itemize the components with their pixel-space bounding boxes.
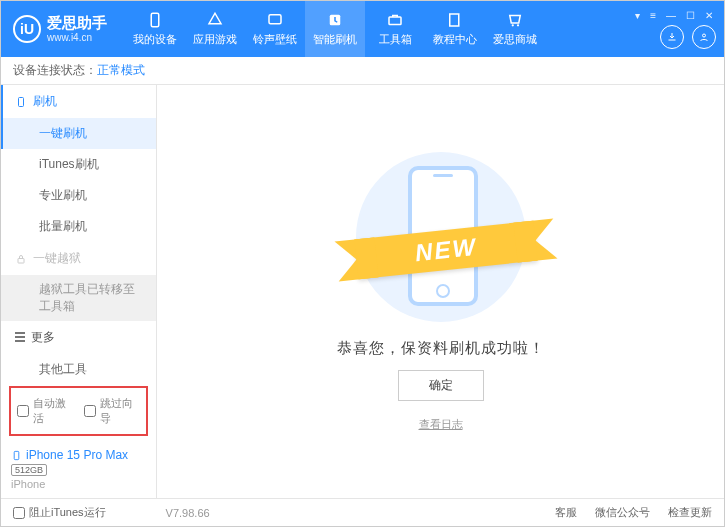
top-nav: 我的设备 应用游戏 铃声壁纸 智能刷机 工具箱 教程中心 爱思商城 <box>125 1 632 57</box>
sidebar-item-pro-flash[interactable]: 专业刷机 <box>1 180 156 211</box>
section-jailbreak[interactable]: 一键越狱 <box>1 242 156 275</box>
logo-icon: iU <box>13 15 41 43</box>
checkbox-skip-guide[interactable]: 跳过向导 <box>84 396 141 426</box>
status-mode: 正常模式 <box>97 62 145 79</box>
sidebar-item-itunes-flash[interactable]: iTunes刷机 <box>1 149 156 180</box>
svg-rect-1 <box>269 15 281 24</box>
device-name[interactable]: iPhone 15 Pro Max <box>11 448 146 462</box>
phone-icon <box>11 450 22 461</box>
flash-icon <box>326 11 344 29</box>
close-button[interactable]: ✕ <box>702 10 716 21</box>
nav-apps[interactable]: 应用游戏 <box>185 1 245 57</box>
download-button[interactable] <box>660 25 684 49</box>
app-name: 爱思助手 <box>47 14 107 32</box>
footer-link-update[interactable]: 检查更新 <box>668 505 712 520</box>
device-storage: 512GB <box>11 464 47 476</box>
nav-store[interactable]: 爱思商城 <box>485 1 545 57</box>
apps-icon <box>206 11 224 29</box>
svg-rect-9 <box>14 451 19 459</box>
footer-link-wechat[interactable]: 微信公众号 <box>595 505 650 520</box>
phone-icon <box>15 96 27 108</box>
svg-point-5 <box>517 24 519 26</box>
footer: 阻止iTunes运行 V7.98.66 客服 微信公众号 检查更新 <box>1 498 724 526</box>
nav-tutorials[interactable]: 教程中心 <box>425 1 485 57</box>
sidebar-item-oneclick-flash[interactable]: 一键刷机 <box>1 118 156 149</box>
logo: iU 爱思助手 www.i4.cn <box>13 14 107 44</box>
svg-rect-7 <box>19 97 24 106</box>
main-content: NEW 恭喜您，保资料刷机成功啦！ 确定 查看日志 <box>157 85 724 498</box>
maximize-button[interactable]: ☐ <box>683 10 698 21</box>
toolbox-icon <box>386 11 404 29</box>
ok-button[interactable]: 确定 <box>398 370 484 401</box>
svg-rect-0 <box>151 13 159 27</box>
svg-rect-8 <box>18 258 24 263</box>
header-controls: ▾ ≡ — ☐ ✕ <box>632 10 716 49</box>
nav-ringtones[interactable]: 铃声壁纸 <box>245 1 305 57</box>
nav-my-device[interactable]: 我的设备 <box>125 1 185 57</box>
success-message: 恭喜您，保资料刷机成功啦！ <box>337 339 545 358</box>
sidebar-item-batch-flash[interactable]: 批量刷机 <box>1 211 156 242</box>
section-flash[interactable]: 刷机 <box>1 85 156 118</box>
status-label: 设备连接状态： <box>13 62 97 79</box>
checkbox-block-itunes[interactable]: 阻止iTunes运行 <box>13 505 106 520</box>
book-icon <box>446 11 464 29</box>
success-illustration: NEW <box>326 152 556 327</box>
options-box: 自动激活 跳过向导 <box>9 386 148 436</box>
status-bar: 设备连接状态： 正常模式 <box>1 57 724 85</box>
media-icon <box>266 11 284 29</box>
cart-icon <box>506 11 524 29</box>
nav-toolbox[interactable]: 工具箱 <box>365 1 425 57</box>
lock-icon <box>15 253 27 265</box>
nav-flash[interactable]: 智能刷机 <box>305 1 365 57</box>
lock-icon[interactable]: ≡ <box>647 10 659 21</box>
view-log-link[interactable]: 查看日志 <box>419 417 463 432</box>
sidebar: 刷机 一键刷机 iTunes刷机 专业刷机 批量刷机 一键越狱 越狱工具已转移至… <box>1 85 157 498</box>
app-url: www.i4.cn <box>47 32 107 44</box>
svg-point-4 <box>512 24 514 26</box>
user-button[interactable] <box>692 25 716 49</box>
footer-link-support[interactable]: 客服 <box>555 505 577 520</box>
svg-point-6 <box>703 34 706 37</box>
menu-icon[interactable]: ▾ <box>632 10 643 21</box>
device-info: iPhone 15 Pro Max 512GB iPhone <box>1 442 156 498</box>
sidebar-jailbreak-note: 越狱工具已转移至工具箱 <box>1 275 156 321</box>
app-header: iU 爱思助手 www.i4.cn 我的设备 应用游戏 铃声壁纸 智能刷机 工具… <box>1 1 724 57</box>
minimize-button[interactable]: — <box>663 10 679 21</box>
device-icon <box>146 11 164 29</box>
checkbox-auto-activate[interactable]: 自动激活 <box>17 396 74 426</box>
device-type: iPhone <box>11 478 146 490</box>
section-more[interactable]: 更多 <box>1 321 156 354</box>
sidebar-item-other-tools[interactable]: 其他工具 <box>1 354 156 380</box>
svg-rect-3 <box>389 17 401 25</box>
version-label: V7.98.66 <box>166 507 210 519</box>
menu-icon <box>15 336 25 338</box>
